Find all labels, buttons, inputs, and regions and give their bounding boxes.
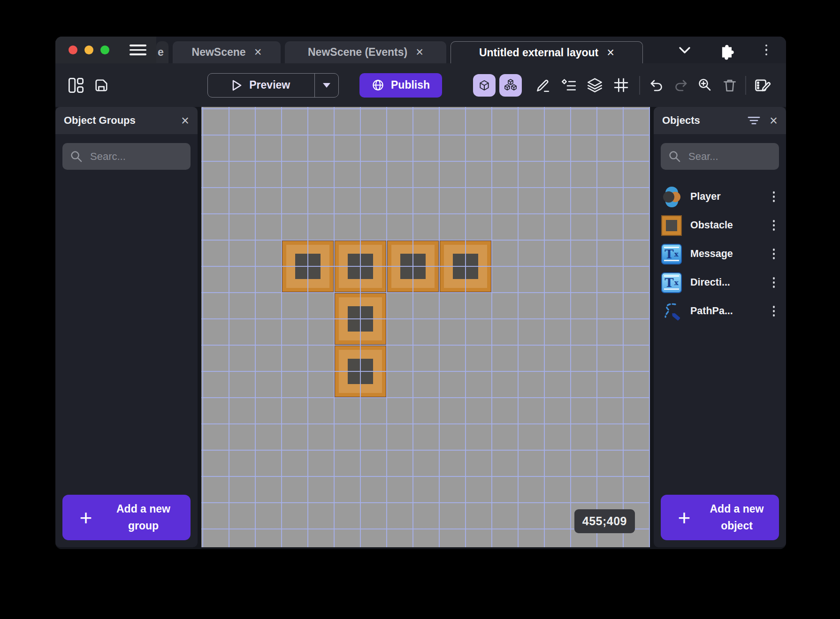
titlebar: e NewScene × NewScene (Events) × Untitle… (55, 37, 786, 63)
globe-icon (372, 79, 384, 91)
extensions-puzzle-icon[interactable] (717, 40, 736, 60)
main-menu-icon[interactable] (130, 45, 146, 55)
grid-icon[interactable] (613, 77, 629, 93)
text-object-icon: Tx (661, 272, 682, 293)
preview-label: Preview (249, 79, 290, 91)
close-window-button[interactable] (69, 45, 77, 54)
zoom-in-icon[interactable] (697, 77, 713, 93)
object-label: PathPa... (690, 305, 761, 317)
objects-search-input[interactable] (687, 150, 771, 163)
object-item-player[interactable]: Player (654, 182, 786, 211)
preview-dropdown-button[interactable] (315, 74, 338, 97)
search-icon (70, 150, 83, 163)
obstacle-icon (661, 215, 682, 236)
object-label: Obstacle (690, 219, 761, 231)
cubes-icon (503, 77, 519, 93)
tab-label: NewScene (Events) (308, 46, 407, 59)
tab-newscene-events[interactable]: NewScene (Events) × (285, 41, 446, 63)
minimize-window-button[interactable] (84, 45, 93, 54)
cursor-coordinates-badge: 455;409 (574, 509, 635, 533)
titlebar-actions (678, 37, 771, 63)
objects-list: Player Obstacle Tx Message Tx (654, 182, 786, 325)
preview-button[interactable]: Preview (208, 74, 314, 97)
text-object-icon: Tx (661, 244, 682, 264)
player-icon (661, 187, 682, 207)
layers-icon[interactable] (587, 77, 603, 93)
plus-icon: + (69, 507, 103, 528)
object-menu-icon[interactable] (769, 191, 779, 202)
panel-title: Object Groups (64, 114, 172, 127)
filter-icon[interactable] (748, 115, 760, 126)
path-paint-icon (661, 301, 682, 322)
object-menu-icon[interactable] (769, 306, 779, 317)
tab-label: e (158, 46, 164, 59)
panels-layout-icon[interactable] (68, 77, 84, 94)
object-item-directions[interactable]: Tx Directi... (654, 268, 786, 297)
redo-icon[interactable] (673, 77, 689, 93)
tab-label: Untitled external layout (479, 46, 598, 59)
object-groups-panel: Object Groups × + Add a new group (55, 107, 198, 547)
play-icon (232, 79, 242, 91)
close-icon[interactable]: × (770, 114, 778, 128)
objects-panel: Objects × Player (654, 107, 786, 547)
cube-3d-icon (477, 78, 492, 93)
objects-searchbox (661, 143, 779, 170)
object-item-message[interactable]: Tx Message (654, 240, 786, 268)
add-group-label: Add a new group (103, 501, 184, 534)
tile-layer (201, 107, 650, 547)
trash-icon[interactable] (722, 77, 738, 93)
caret-down-icon (323, 83, 330, 88)
content-area: Object Groups × + Add a new group 455;40… (55, 107, 786, 549)
obstacle-tile-instance[interactable] (334, 292, 387, 346)
screen: e NewScene × NewScene (Events) × Untitle… (0, 0, 840, 619)
publish-button[interactable]: Publish (359, 73, 442, 98)
object-item-obstacle[interactable]: Obstacle (654, 211, 786, 240)
toolbar-divider (745, 76, 746, 95)
panel-title: Objects (662, 114, 738, 127)
tab-close-icon[interactable]: × (254, 46, 262, 59)
instances-view-toggle-button[interactable] (499, 74, 522, 97)
toolbar: Preview Publish (55, 63, 786, 107)
window-controls (69, 37, 109, 63)
tab-bar: e NewScene × NewScene (Events) × Untitle… (156, 41, 643, 63)
tab-newscene[interactable]: NewScene × (173, 41, 281, 63)
add-group-button[interactable]: + Add a new group (62, 495, 191, 540)
tab-untitled-external-layout[interactable]: Untitled external layout × (451, 41, 643, 63)
undo-icon[interactable] (649, 77, 664, 93)
chevron-down-icon[interactable] (678, 44, 691, 56)
tab-close-icon[interactable]: × (416, 46, 423, 59)
obstacle-tile-instance[interactable] (334, 240, 387, 293)
object-groups-search-input[interactable] (89, 150, 183, 163)
object-label: Directi... (690, 277, 761, 288)
object-menu-icon[interactable] (769, 249, 779, 259)
obstacle-tile-instance[interactable] (334, 345, 387, 398)
publish-label: Publish (391, 79, 430, 91)
object-menu-icon[interactable] (769, 277, 779, 288)
scene-canvas[interactable]: 455;409 (201, 107, 650, 547)
object-item-pathpaint[interactable]: PathPa... (654, 297, 786, 325)
tab-partial[interactable]: e (156, 41, 168, 63)
window-menu-icon[interactable] (762, 45, 771, 56)
object-menu-icon[interactable] (769, 220, 779, 231)
obstacle-tile-instance[interactable] (281, 240, 335, 293)
scene-properties-edit-icon[interactable] (754, 77, 771, 94)
view-3d-toggle-button[interactable] (473, 74, 496, 97)
tab-close-icon[interactable]: × (607, 46, 614, 59)
add-object-button[interactable]: + Add a new object (661, 495, 779, 540)
object-groups-searchbox (62, 143, 191, 170)
object-groups-empty-space (55, 170, 198, 495)
object-label: Message (690, 248, 761, 260)
objects-header: Objects × (654, 107, 786, 134)
tab-label: NewScene (192, 46, 246, 59)
objects-empty-space (654, 325, 786, 495)
maximize-window-button[interactable] (100, 45, 109, 54)
object-label: Player (690, 191, 761, 203)
obstacle-tile-instance[interactable] (386, 240, 440, 293)
obstacle-tile-instance[interactable] (439, 240, 492, 293)
close-icon[interactable]: × (181, 114, 189, 128)
preview-split-button: Preview (207, 73, 339, 98)
instances-list-icon[interactable] (560, 77, 576, 93)
edit-pencil-icon[interactable] (534, 77, 550, 93)
object-groups-header: Object Groups × (55, 107, 198, 134)
save-icon[interactable] (93, 77, 110, 94)
